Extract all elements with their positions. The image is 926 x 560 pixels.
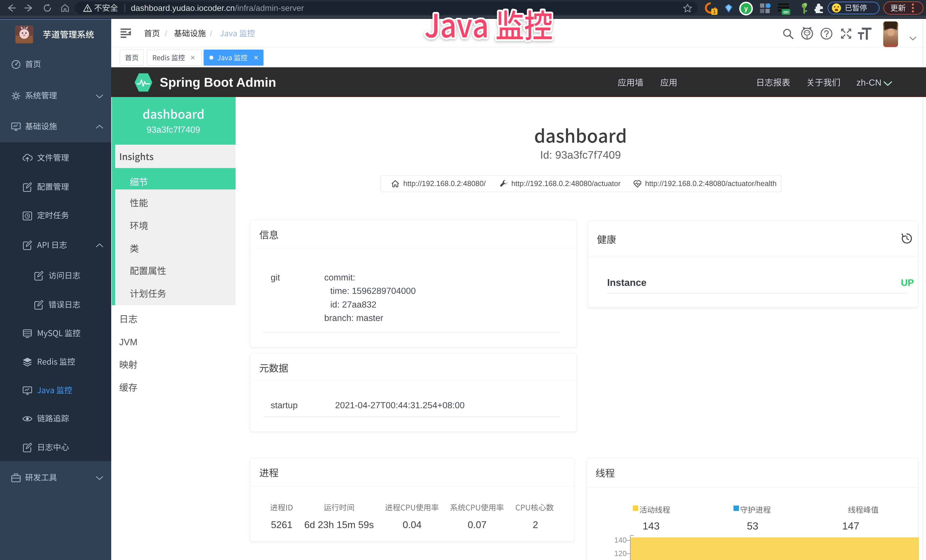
- svg-text:y: y: [744, 5, 748, 12]
- svg-text:on: on: [784, 9, 788, 14]
- svg-text:1: 1: [713, 9, 716, 15]
